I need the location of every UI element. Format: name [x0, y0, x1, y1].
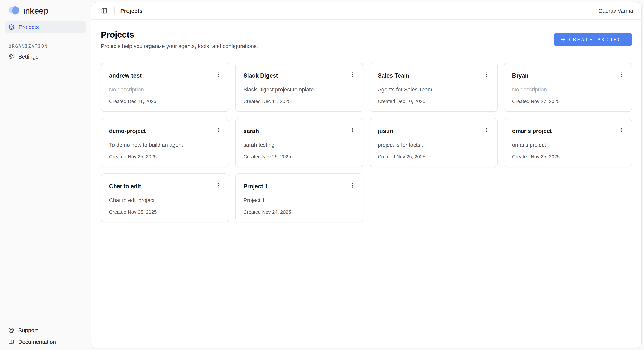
organization-section-label: ORGANIZATION — [8, 44, 91, 49]
project-card-menu-button[interactable] — [616, 125, 626, 135]
project-card-title: Chat to edit — [109, 182, 141, 191]
book-open-icon — [8, 339, 14, 345]
topbar: Projects Gaurav Varma — [92, 2, 642, 20]
project-card[interactable]: Sales Team Agents for Sales Team. Create… — [370, 63, 498, 112]
project-card-title: andrew-test — [109, 72, 142, 80]
project-card-created: Created Nov 25, 2025 — [244, 153, 357, 160]
kebab-menu-icon — [215, 182, 221, 188]
project-card-created: Created Dec 11, 2025 — [244, 98, 357, 105]
project-card-title: Slack Digest — [244, 72, 278, 80]
user-divider — [584, 7, 585, 14]
project-card-title: justin — [378, 127, 393, 135]
layers-icon — [8, 24, 14, 30]
sidebar-item-settings[interactable]: Settings — [5, 51, 86, 62]
project-card-description: No description — [512, 86, 626, 93]
lifebuoy-icon — [8, 328, 14, 333]
project-card[interactable]: sarah sarah testing Created Nov 25, 2025 — [235, 118, 363, 167]
project-card[interactable]: Slack Digest Slack Digest project templa… — [235, 63, 363, 112]
project-card-menu-button[interactable] — [213, 70, 223, 79]
sidebar-footer: Support Documentation — [0, 325, 91, 348]
kebab-menu-icon — [350, 72, 356, 78]
project-card-description: project is for facts... — [378, 141, 492, 148]
project-card-description: Chat to edit project — [109, 197, 223, 203]
create-project-button[interactable]: CREATE PROJECT — [554, 33, 632, 46]
plus-icon — [560, 37, 566, 42]
project-card-created: Created Nov 25, 2025 — [109, 153, 223, 160]
breadcrumb: Projects — [120, 8, 142, 14]
page-content: Projects Projects help you organize your… — [92, 20, 642, 348]
project-card-created: Created Dec 11, 2025 — [109, 98, 223, 105]
project-card-menu-button[interactable] — [348, 180, 357, 190]
sidebar-item-label: Support — [18, 327, 38, 334]
kebab-menu-icon — [350, 182, 356, 188]
create-project-label: CREATE PROJECT — [569, 37, 626, 42]
topbar-divider — [114, 7, 115, 14]
sidebar-item-label: Projects — [18, 24, 39, 30]
page-title: Projects — [101, 29, 258, 40]
project-card-menu-button[interactable] — [482, 70, 492, 79]
project-card-title: Bryan — [512, 72, 528, 80]
sidebar-nav: Projects — [0, 21, 91, 33]
project-card-description: Agents for Sales Team. — [378, 86, 492, 93]
project-card-title: sarah — [244, 127, 259, 135]
kebab-menu-icon — [618, 127, 624, 133]
project-card-menu-button[interactable] — [616, 70, 626, 79]
project-card[interactable]: Bryan No description Created Nov 27, 202… — [504, 63, 632, 112]
sidebar-item-support[interactable]: Support — [5, 325, 86, 336]
page-header: Projects Projects help you organize your… — [101, 29, 632, 50]
kebab-menu-icon — [484, 127, 490, 133]
project-card-created: Created Nov 24, 2025 — [244, 209, 357, 215]
project-card[interactable]: omar's project omar's project Created No… — [504, 118, 632, 167]
project-card-description: To demo how to build an agent — [109, 141, 223, 148]
project-card-title: demo-project — [109, 127, 146, 135]
projects-grid: andrew-test No description Created Dec 1… — [101, 63, 632, 223]
project-card-description: No description — [109, 86, 223, 93]
project-card-created: Created Nov 25, 2025 — [378, 153, 492, 160]
project-card[interactable]: Project 1 Project 1 Created Nov 24, 2025 — [235, 173, 363, 223]
project-card-created: Created Nov 27, 2025 — [512, 98, 626, 105]
project-card-menu-button[interactable] — [348, 70, 357, 79]
kebab-menu-icon — [484, 72, 490, 78]
panel-left-icon — [101, 8, 108, 14]
project-card[interactable]: Chat to edit Chat to edit project Create… — [101, 173, 229, 223]
page-subtitle: Projects help you organize your agents, … — [101, 42, 258, 50]
sidebar-item-documentation[interactable]: Documentation — [5, 336, 86, 348]
project-card-created: Created Nov 25, 2025 — [109, 209, 223, 215]
project-card-menu-button[interactable] — [213, 125, 223, 135]
project-card[interactable]: andrew-test No description Created Dec 1… — [101, 63, 229, 112]
kebab-menu-icon — [215, 72, 221, 78]
project-card-menu-button[interactable] — [348, 125, 357, 135]
kebab-menu-icon — [618, 72, 624, 78]
sidebar-item-label: Documentation — [18, 339, 56, 345]
sidebar-item-label: Settings — [18, 53, 38, 60]
sidebar-toggle-button[interactable] — [100, 6, 109, 15]
project-card-description: Slack Digest project template — [244, 86, 357, 93]
project-card[interactable]: demo-project To demo how to build an age… — [101, 118, 229, 167]
project-card-description: omar's project — [512, 141, 626, 148]
logo[interactable]: inkeep — [0, 5, 91, 16]
project-card-title: Project 1 — [244, 182, 268, 191]
logo-wordmark: inkeep — [23, 6, 49, 16]
sidebar: inkeep Projects ORGANIZATION Settings — [0, 0, 91, 350]
sidebar-item-projects[interactable]: Projects — [5, 21, 86, 33]
sidebar-org-nav: Settings — [0, 51, 91, 62]
main-panel: Projects Gaurav Varma Projects Projects … — [91, 2, 642, 348]
project-card-title: Sales Team — [378, 72, 409, 80]
project-card-menu-button[interactable] — [213, 180, 223, 190]
project-card-title: omar's project — [512, 127, 552, 135]
project-card-description: Project 1 — [244, 197, 357, 203]
project-card-created: Created Nov 25, 2025 — [512, 153, 626, 160]
project-card-created: Created Dec 10, 2025 — [378, 98, 492, 105]
kebab-menu-icon — [215, 127, 221, 133]
inkeep-logo-icon — [8, 6, 20, 16]
project-card-description: sarah testing — [244, 141, 357, 148]
project-card-menu-button[interactable] — [482, 125, 492, 135]
user-menu[interactable]: Gaurav Varma — [598, 8, 633, 14]
gear-icon — [8, 54, 14, 59]
kebab-menu-icon — [350, 127, 356, 133]
project-card[interactable]: justin project is for facts... Created N… — [370, 118, 498, 167]
